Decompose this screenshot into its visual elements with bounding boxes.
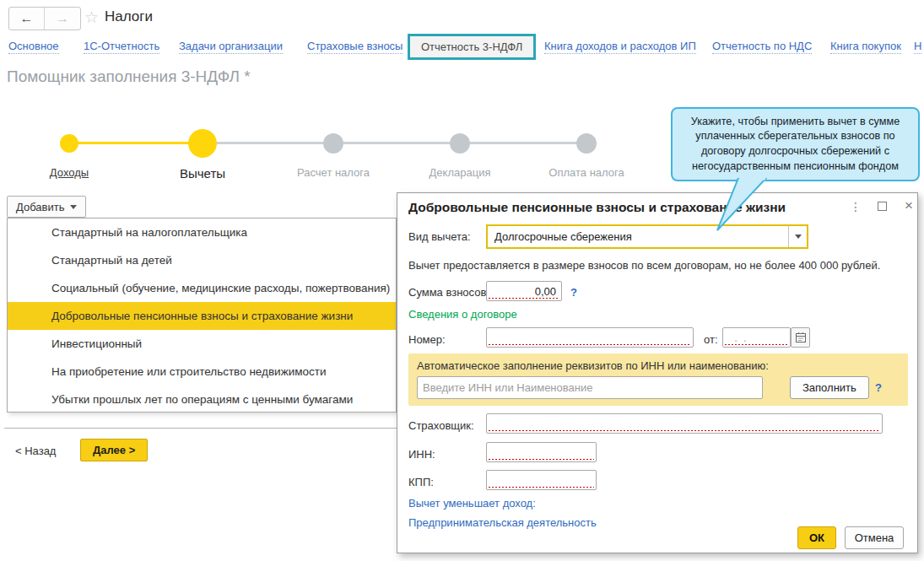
reduces-income-label: Вычет уменьшает доход:	[408, 497, 536, 510]
autofill-panel: Автоматическое заполнение реквизитов по …	[408, 353, 908, 406]
deduction-note: Вычет предоставляется в размере взносов …	[408, 259, 880, 272]
autofill-title: Автоматическое заполнение реквизитов по …	[417, 359, 769, 372]
tab-cutoff[interactable]: Н	[914, 40, 921, 54]
contract-date-input[interactable]	[722, 327, 791, 348]
autofill-help-icon[interactable]: ?	[875, 381, 882, 394]
insurer-input[interactable]	[486, 413, 883, 434]
step-connector	[203, 142, 333, 144]
forward-button[interactable]: →	[45, 8, 80, 30]
history-nav: ← →	[8, 7, 81, 30]
page-title: Налоги	[105, 8, 153, 25]
calendar-icon	[795, 332, 807, 343]
menu-item-investicionny[interactable]: Инвестиционный	[8, 330, 396, 358]
forward-arrow-icon: →	[56, 11, 69, 26]
step-connector-done	[69, 142, 203, 144]
amount-label: Сумма взносов:	[408, 286, 489, 299]
menu-item-dobrovolnye-pensionnye[interactable]: Добровольные пенсионные взносы и страхов…	[8, 302, 396, 330]
close-icon[interactable]: ×	[902, 200, 916, 212]
next-step-button[interactable]: Далее >	[80, 439, 148, 461]
deduction-type-menu: Стандартный на налогоплательщика Стандар…	[7, 218, 397, 413]
tab-1c-otchetnost[interactable]: 1С-Отчетность	[84, 40, 159, 54]
menu-item-socialny[interactable]: Социальный (обучение, медицинские расход…	[8, 274, 396, 302]
step-dot-oplata	[576, 133, 597, 154]
tab-zadachi-organizacii[interactable]: Задачи организации	[179, 40, 283, 54]
chevron-down-icon	[795, 235, 802, 239]
wizard-title: Помощник заполнения 3-НДФЛ *	[7, 67, 251, 86]
tab-otchetnost-nds[interactable]: Отчетность по НДС	[712, 40, 812, 54]
list-area-divider	[4, 413, 397, 429]
tab-osnovnoe[interactable]: Основное	[8, 40, 59, 54]
insurer-label: Страховщик:	[408, 419, 474, 432]
inn-or-name-input[interactable]	[417, 376, 763, 399]
step-connector	[333, 142, 460, 144]
step-label-deklaraciya: Декларация	[401, 166, 519, 179]
step-label-vychety: Вычеты	[143, 166, 262, 181]
back-arrow-icon: ←	[20, 11, 34, 26]
step-label-dohody[interactable]: Доходы	[10, 166, 128, 179]
contract-number-input[interactable]	[486, 327, 694, 348]
hint-tooltip: Укажите, чтобы применить вычет в сумме у…	[671, 107, 920, 181]
amount-help-icon[interactable]: ?	[570, 286, 577, 299]
amount-input[interactable]	[486, 281, 562, 301]
fill-button[interactable]: Заполнить	[790, 376, 869, 399]
more-menu-icon[interactable]: ⋮	[849, 200, 862, 213]
inn-label: ИНН:	[408, 448, 435, 461]
favorite-star-icon[interactable]: ☆	[84, 8, 99, 27]
step-dot-vychety[interactable]	[188, 129, 217, 158]
tab-kniga-dohodov[interactable]: Книга доходов и расходов ИП	[544, 40, 696, 54]
menu-item-standartny-na-detey[interactable]: Стандартный на детей	[8, 246, 396, 274]
menu-item-ubytki-proshlyh-let[interactable]: Убытки прошлых лет по операциям с ценным…	[8, 386, 396, 413]
add-button-label: Добавить	[16, 201, 64, 213]
menu-item-standartny-nalogoplatelshika[interactable]: Стандартный на налогоплательщика	[8, 218, 396, 246]
deduction-type-label: Вид вычета:	[408, 230, 471, 243]
cancel-button[interactable]: Отмена	[845, 526, 904, 549]
back-step-link[interactable]: < Назад	[15, 445, 56, 457]
step-connector	[460, 142, 586, 144]
pension-deduction-dialog: Добровольные пенсионные взносы и страхов…	[397, 192, 918, 553]
app-window: { "window": { "title": "Налоги", "back_i…	[0, 0, 924, 561]
inn-input[interactable]	[486, 442, 597, 462]
maximize-icon[interactable]	[875, 200, 889, 213]
tab-otchetnost-3ndfl-active[interactable]: Отчетность 3-НДФЛ	[408, 34, 536, 60]
step-label-raschet: Расчет налога	[274, 166, 392, 179]
menu-item-priobretenie-nedvizhimosti[interactable]: На приобретение или строительство недвиж…	[8, 358, 396, 386]
step-dot-raschet	[323, 133, 343, 154]
tab-kniga-pokupok[interactable]: Книга покупок	[830, 40, 901, 54]
step-dot-deklaraciya	[450, 133, 470, 154]
date-label: от:	[704, 333, 718, 346]
maximize-square	[878, 202, 887, 211]
kpp-input[interactable]	[486, 470, 597, 490]
back-button[interactable]: ←	[9, 8, 45, 30]
contract-section-header: Сведения о договоре	[408, 308, 517, 321]
kpp-label: КПП:	[408, 476, 434, 488]
add-button[interactable]: Добавить	[7, 196, 86, 218]
number-label: Номер:	[408, 333, 446, 346]
ok-button[interactable]: ОК	[797, 526, 836, 549]
calendar-button[interactable]	[791, 327, 810, 348]
step-dot-dohody[interactable]	[60, 134, 78, 153]
tooltip-tail	[675, 178, 793, 232]
tab-strahovye-vznosy[interactable]: Страховые взносы	[307, 40, 403, 54]
business-activity-link[interactable]: Предпринимательская деятельность	[408, 516, 597, 529]
chevron-down-icon	[70, 205, 77, 209]
step-label-oplata: Оплата налога	[527, 166, 646, 179]
